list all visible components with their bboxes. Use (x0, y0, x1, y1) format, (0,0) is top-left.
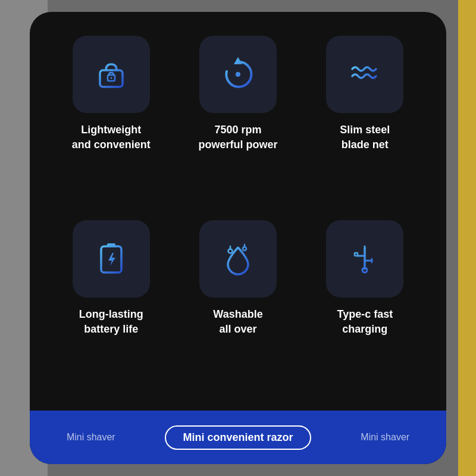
outer-wrapper: Lightweight and convenient (0, 0, 476, 476)
icon-box-rpm (199, 36, 277, 113)
feature-charging: Type-c fast charging (308, 220, 422, 393)
rpm-icon (217, 54, 259, 95)
feature-washable: Washable all over (180, 220, 295, 393)
feature-rpm-label: 7500 rpm powerful power (198, 123, 277, 152)
svg-point-2 (110, 77, 112, 79)
svg-point-8 (243, 247, 246, 250)
feature-blade: Slim steel blade net (308, 36, 422, 208)
feature-lightweight: Lightweight and convenient (54, 36, 168, 208)
icon-box-bag (73, 36, 150, 113)
bag-icon (90, 54, 132, 95)
feature-blade-label: Slim steel blade net (340, 123, 390, 152)
feature-rpm: 7500 rpm powerful power (180, 36, 295, 208)
blade-icon (344, 54, 386, 95)
icon-box-blade (326, 36, 403, 113)
svg-rect-6 (107, 243, 115, 247)
feature-washable-label: Washable all over (213, 307, 262, 337)
feature-battery-label: Long-lasting battery life (79, 307, 143, 337)
usb-icon (344, 238, 386, 280)
icon-box-usb (326, 220, 403, 298)
svg-marker-3 (234, 57, 242, 64)
tab-mini-shaver-right[interactable]: Mini shaver (361, 432, 409, 443)
svg-point-7 (228, 249, 232, 253)
feature-battery: Long-lasting battery life (54, 220, 168, 393)
feature-lightweight-label: Lightweight and convenient (72, 123, 151, 152)
battery-icon (90, 238, 132, 280)
water-icon (217, 238, 259, 280)
bg-right (458, 0, 476, 476)
feature-charging-label: Type-c fast charging (337, 307, 393, 337)
product-card: Lightweight and convenient (30, 12, 446, 464)
bottom-tab-bar: Mini shaver Mini convenient razor Mini s… (30, 411, 446, 464)
tab-mini-convenient-razor[interactable]: Mini convenient razor (165, 425, 311, 450)
svg-rect-12 (355, 253, 358, 256)
svg-point-4 (236, 72, 240, 77)
icon-box-battery (73, 220, 150, 298)
svg-point-15 (362, 268, 367, 273)
icon-box-water (199, 220, 277, 298)
features-grid: Lightweight and convenient (30, 12, 446, 411)
tab-mini-shaver-left[interactable]: Mini shaver (67, 432, 115, 443)
